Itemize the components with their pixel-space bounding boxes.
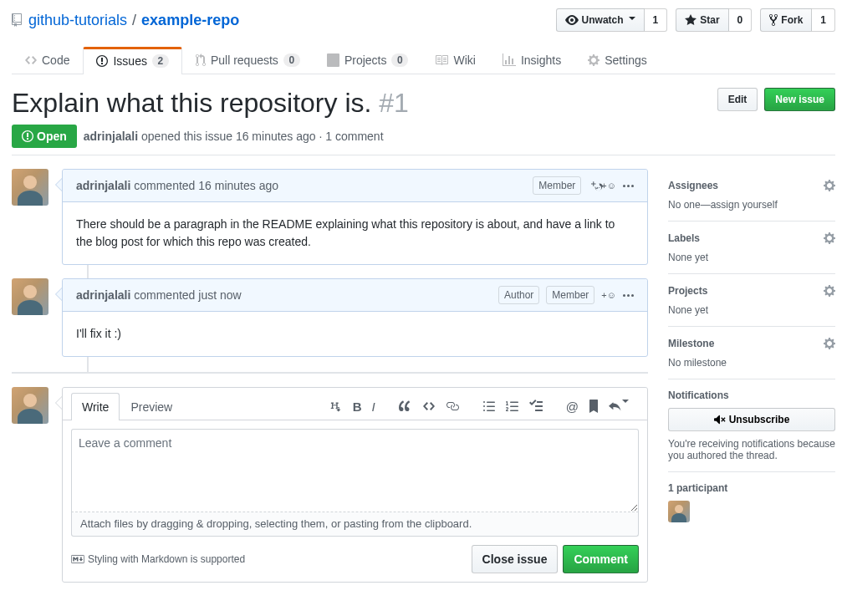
projects-count: 0 (391, 53, 408, 67)
issues-count: 2 (152, 54, 169, 68)
comment-textarea[interactable] (71, 429, 639, 512)
watch-count[interactable]: 1 (645, 8, 668, 32)
comment-menu-button[interactable] (623, 185, 634, 187)
add-reaction-button[interactable]: +☺ (601, 290, 616, 300)
edit-button[interactable]: Edit (717, 88, 758, 111)
gear-icon[interactable] (824, 337, 835, 350)
repo-owner-link[interactable]: github-tutorials (28, 12, 127, 29)
labels-title: Labels (668, 232, 700, 244)
tab-pulls[interactable]: Pull requests 0 (182, 47, 314, 74)
projects-value: None yet (668, 304, 835, 316)
member-badge: Member (533, 176, 581, 195)
mute-icon (714, 413, 726, 426)
link-icon[interactable] (442, 396, 462, 417)
labels-value: None yet (668, 252, 835, 263)
mention-icon[interactable]: @ (563, 396, 582, 417)
code-icon (25, 53, 37, 67)
state-badge: Open (12, 125, 77, 148)
participant-avatar[interactable] (668, 501, 690, 522)
list-ul-icon[interactable] (479, 396, 499, 417)
caret-down-icon (629, 17, 635, 23)
issue-opened-icon (22, 130, 33, 143)
repo-name-link[interactable]: example-repo (141, 12, 239, 29)
fork-icon (769, 13, 778, 27)
comment-author[interactable]: adrinjalali (76, 288, 130, 302)
attach-hint[interactable]: Attach files by dragging & dropping, sel… (71, 512, 639, 537)
issue-meta-text: adrinjalali opened this issue 16 minutes… (84, 130, 384, 143)
issue-opened-icon (96, 54, 108, 68)
tab-insights[interactable]: Insights (489, 47, 574, 74)
comment: adrinjalali commented just now Author Me… (62, 278, 648, 357)
graph-icon (503, 53, 516, 67)
eye-icon (565, 13, 579, 27)
milestone-value: No milestone (668, 357, 835, 369)
unsubscribe-button[interactable]: Unsubscribe (668, 408, 835, 431)
gear-icon (588, 53, 600, 67)
close-issue-button[interactable]: Close issue (472, 545, 559, 573)
member-badge: Member (546, 286, 594, 304)
gear-icon[interactable] (824, 232, 835, 245)
preview-tab[interactable]: Preview (120, 393, 183, 420)
heading-icon[interactable] (326, 396, 346, 417)
write-tab[interactable]: Write (71, 393, 120, 420)
issue-title: Explain what this repository is. #1 (12, 88, 409, 118)
comment-form: Write Preview B I (62, 387, 648, 583)
fork-button[interactable]: Fork 1 (760, 8, 835, 32)
star-button[interactable]: Star 0 (676, 8, 752, 32)
quote-icon[interactable] (395, 396, 416, 417)
bold-icon[interactable]: B (350, 396, 365, 417)
italic-icon[interactable]: I (369, 396, 379, 417)
watch-button[interactable]: Unwatch 1 (556, 8, 668, 32)
notifications-title: Notifications (668, 389, 729, 401)
avatar[interactable] (12, 169, 48, 206)
tab-wiki[interactable]: Wiki (421, 47, 488, 74)
comment-body: I'll fix it :) (63, 312, 647, 356)
gear-icon[interactable] (824, 179, 835, 192)
list-ol-icon[interactable] (503, 396, 523, 417)
assignees-title: Assignees (668, 180, 718, 191)
project-icon (327, 53, 339, 67)
avatar[interactable] (12, 278, 48, 315)
markdown-hint[interactable]: Styling with Markdown is supported (71, 553, 245, 565)
comment-menu-button[interactable] (623, 294, 634, 297)
avatar[interactable] (12, 387, 48, 424)
milestone-title: Milestone (668, 338, 714, 349)
tab-code[interactable]: Code (12, 47, 83, 74)
reply-icon[interactable] (605, 396, 632, 417)
tab-settings[interactable]: Settings (574, 47, 661, 74)
book-icon (435, 53, 448, 67)
issue-number: #1 (379, 88, 409, 118)
projects-title: Projects (668, 285, 707, 297)
comment: adrinjalali commented 16 minutes ago Mem… (62, 169, 648, 265)
git-pull-request-icon (196, 53, 206, 67)
tab-projects[interactable]: Projects 0 (314, 47, 422, 74)
star-count[interactable]: 0 (729, 8, 753, 32)
star-icon (685, 13, 696, 27)
assignees-value[interactable]: No one—assign yourself (668, 199, 835, 211)
tab-issues[interactable]: Issues 2 (83, 47, 181, 74)
author-badge: Author (498, 286, 539, 304)
repo-icon (12, 13, 25, 27)
comment-button[interactable]: Comment (563, 545, 639, 573)
participants-title: 1 participant (668, 482, 727, 494)
notifications-reason: You're receiving notifications because y… (668, 438, 835, 461)
markdown-icon (71, 554, 84, 564)
comment-author[interactable]: adrinjalali (76, 179, 130, 192)
add-reaction-button[interactable]: +☺ (588, 179, 616, 192)
fork-count[interactable]: 1 (812, 8, 835, 32)
tasklist-icon[interactable] (526, 396, 546, 417)
code-icon[interactable] (419, 396, 439, 417)
bookmark-icon[interactable] (585, 396, 602, 417)
new-issue-button[interactable]: New issue (764, 88, 835, 111)
comment-body: There should be a paragraph in the READM… (63, 202, 647, 264)
pulls-count: 0 (283, 53, 300, 67)
gear-icon[interactable] (824, 284, 835, 298)
